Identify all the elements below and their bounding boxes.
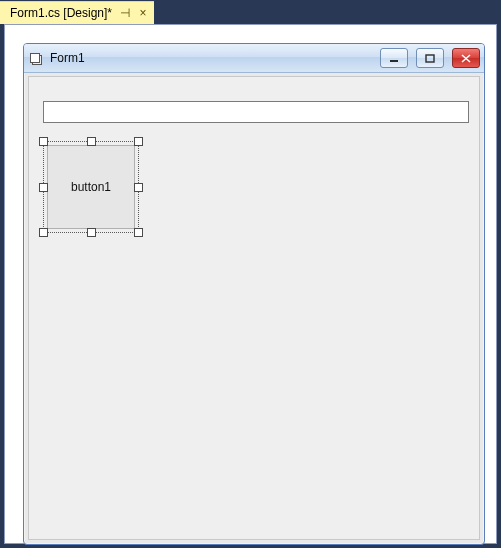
form-icon [30, 51, 44, 65]
resize-handle-b[interactable] [87, 228, 96, 237]
form-client-area[interactable]: button1 [28, 76, 480, 540]
resize-handle-t[interactable] [87, 137, 96, 146]
designer-canvas[interactable]: Form1 [5, 25, 496, 543]
pin-icon[interactable]: ⊣ [120, 6, 130, 20]
close-button[interactable] [452, 48, 480, 68]
document-tab-strip: Form1.cs [Design]* ⊣ × [0, 0, 501, 24]
minimize-icon [389, 54, 399, 62]
close-icon [461, 54, 471, 63]
maximize-icon [425, 54, 435, 63]
document-tab-form1[interactable]: Form1.cs [Design]* ⊣ × [0, 1, 154, 24]
document-tab-label: Form1.cs [Design]* [10, 6, 112, 20]
svg-rect-0 [390, 60, 398, 62]
visual-studio-designer-viewport: Form1.cs [Design]* ⊣ × Form1 [0, 0, 501, 548]
resize-handle-l[interactable] [39, 183, 48, 192]
svg-rect-1 [426, 55, 434, 62]
resize-handle-br[interactable] [134, 228, 143, 237]
resize-handle-r[interactable] [134, 183, 143, 192]
resize-handle-tl[interactable] [39, 137, 48, 146]
form-titlebar[interactable]: Form1 [24, 44, 484, 73]
maximize-button[interactable] [416, 48, 444, 68]
minimize-button[interactable] [380, 48, 408, 68]
button1-selection[interactable]: button1 [43, 141, 139, 233]
designer-frame: Form1 [4, 24, 497, 544]
form-title: Form1 [50, 51, 85, 65]
resize-handle-bl[interactable] [39, 228, 48, 237]
form-window[interactable]: Form1 [23, 43, 485, 545]
button1-label: button1 [71, 180, 111, 194]
close-tab-icon[interactable]: × [138, 6, 148, 20]
resize-handle-tr[interactable] [134, 137, 143, 146]
textbox1[interactable] [43, 101, 469, 123]
button1[interactable]: button1 [47, 145, 135, 229]
